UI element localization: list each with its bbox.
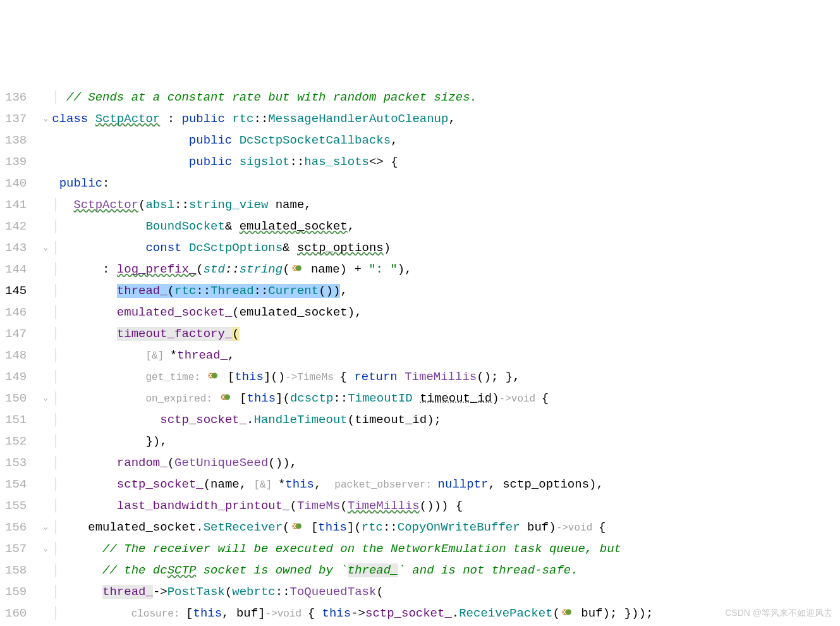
line-number: 157 — [5, 538, 27, 560]
fold-marker[interactable]: ⌄ — [39, 538, 52, 560]
line-number: 159 — [5, 581, 27, 603]
fold-marker[interactable] — [39, 431, 52, 452]
code-line[interactable]: public sigslot::has_slots<> { — [52, 151, 840, 173]
line-number: 140 — [5, 173, 27, 194]
code-line[interactable]: │ const DcSctpOptions& sctp_options) — [52, 237, 840, 259]
fold-marker[interactable]: ⌄ — [39, 388, 52, 409]
code-line[interactable]: │ emulated_socket.SetReceiver( [this](rt… — [52, 517, 840, 538]
fold-marker[interactable]: ⌄ — [39, 108, 52, 130]
code-editor[interactable]: 1361371381391401411421431441451461471481… — [0, 87, 840, 626]
code-line[interactable]: │ sctp_socket_.HandleTimeout(timeout_id)… — [52, 409, 840, 431]
line-number: 151 — [5, 409, 27, 431]
fold-marker[interactable] — [39, 474, 52, 495]
code-line[interactable]: │ : log_prefix_(std::string( name) + ": … — [52, 259, 840, 280]
code-line[interactable]: │ thread_(rtc::Thread::Current()), — [52, 280, 840, 302]
fold-marker[interactable] — [39, 323, 52, 345]
line-number: 136 — [5, 87, 27, 108]
code-line[interactable]: │ sctp_socket_(name, [&] *this, packet_o… — [52, 474, 840, 495]
fold-marker[interactable] — [39, 452, 52, 474]
line-number: 145 — [5, 280, 27, 302]
code-line[interactable]: class SctpActor : public rtc::MessageHan… — [52, 108, 840, 130]
line-number: 154 — [5, 474, 27, 495]
line-number: 143 — [5, 237, 27, 259]
code-line[interactable]: │ // Sends at a constant rate but with r… — [52, 87, 840, 108]
code-area[interactable]: │ // Sends at a constant rate but with r… — [52, 87, 840, 626]
code-line[interactable]: │ }), — [52, 431, 840, 452]
line-number-gutter: 1361371381391401411421431441451461471481… — [0, 87, 39, 626]
fold-marker[interactable] — [39, 151, 52, 173]
line-number: 156 — [5, 517, 27, 538]
fold-marker[interactable] — [39, 495, 52, 517]
code-line[interactable]: │ thread_->PostTask(webrtc::ToQueuedTask… — [52, 581, 840, 603]
fold-marker[interactable] — [39, 216, 52, 237]
svg-point-9 — [566, 609, 571, 615]
fold-marker[interactable] — [39, 87, 52, 108]
svg-point-5 — [224, 394, 230, 400]
fold-marker[interactable] — [39, 259, 52, 280]
line-number: 144 — [5, 259, 27, 280]
code-line[interactable]: │ random_(GetUniqueSeed()), — [52, 452, 840, 474]
fold-marker[interactable] — [39, 560, 52, 581]
line-number: 150 — [5, 388, 27, 409]
code-line[interactable]: public DcSctpSocketCallbacks, — [52, 130, 840, 151]
fold-marker[interactable] — [39, 173, 52, 194]
lambda-icon — [291, 520, 303, 532]
fold-marker[interactable] — [39, 130, 52, 151]
fold-marker[interactable]: ⌄ — [39, 517, 52, 538]
line-number: 138 — [5, 130, 27, 151]
watermark: CSDN @等风来不如迎风去 — [725, 605, 832, 621]
fold-marker[interactable] — [39, 409, 52, 431]
line-number: 149 — [5, 366, 27, 388]
fold-marker[interactable] — [39, 302, 52, 323]
fold-marker[interactable] — [39, 280, 52, 302]
fold-marker[interactable] — [39, 366, 52, 388]
line-number: 147 — [5, 323, 27, 345]
fold-marker[interactable] — [39, 603, 52, 624]
code-line[interactable]: public: — [52, 173, 840, 194]
fold-marker[interactable]: ⌄ — [39, 237, 52, 259]
svg-point-3 — [212, 372, 217, 378]
code-line[interactable]: │ get_time: [this]()->TimeMs { return Ti… — [52, 366, 840, 388]
lambda-icon — [561, 606, 573, 618]
svg-point-7 — [296, 523, 301, 529]
fold-marker[interactable] — [39, 194, 52, 216]
code-line[interactable]: │ on_expired: [this](dcsctp::TimeoutID t… — [52, 388, 840, 409]
fold-column[interactable]: ⌄⌄⌄⌄⌄ — [39, 87, 52, 626]
code-line[interactable]: │ [&] *thread_, — [52, 345, 840, 366]
fold-marker[interactable] — [39, 345, 52, 366]
line-number: 155 — [5, 495, 27, 517]
line-number: 139 — [5, 151, 27, 173]
lambda-icon — [291, 262, 303, 274]
line-number: 148 — [5, 345, 27, 366]
line-number: 146 — [5, 302, 27, 323]
line-number: 141 — [5, 194, 27, 216]
code-line[interactable]: │ // the dcSCTP socket is owned by `thre… — [52, 560, 840, 581]
svg-point-1 — [296, 265, 301, 271]
code-line[interactable]: │ closure: [this, buf]->void { this->sct… — [52, 603, 840, 624]
lambda-icon — [207, 370, 219, 381]
line-number: 152 — [5, 431, 27, 452]
line-number: 142 — [5, 216, 27, 237]
code-line[interactable]: │ emulated_socket_(emulated_socket), — [52, 302, 840, 323]
code-line[interactable]: │ BoundSocket& emulated_socket, — [52, 216, 840, 237]
line-number: 158 — [5, 560, 27, 581]
code-line[interactable]: │ // The receiver will be executed on th… — [52, 538, 840, 560]
code-line[interactable]: │ timeout_factory_( — [52, 323, 840, 345]
code-line[interactable]: │ SctpActor(absl::string_view name, — [52, 194, 840, 216]
line-number: 137 — [5, 108, 27, 130]
fold-marker[interactable] — [39, 581, 52, 603]
line-number: 160 — [5, 603, 27, 624]
code-line[interactable]: │ last_bandwidth_printout_(TimeMs(TimeMi… — [52, 495, 840, 517]
lambda-icon — [220, 391, 231, 403]
line-number: 153 — [5, 452, 27, 474]
